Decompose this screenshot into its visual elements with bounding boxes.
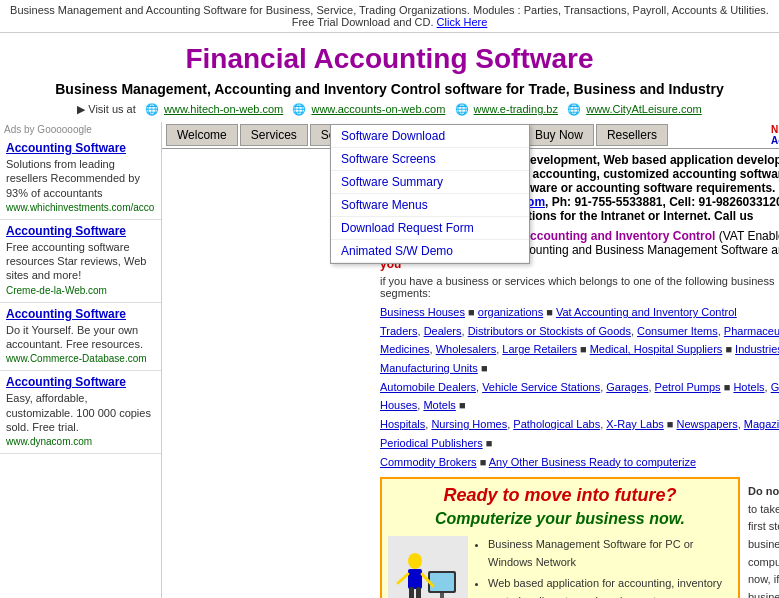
info-box: Do not delay to take the first step to b…	[740, 477, 779, 598]
nav-buy-now[interactable]: Buy Now	[524, 124, 594, 146]
svg-rect-10	[416, 587, 421, 598]
ad-block-4: Accounting Software Easy, affordable, cu…	[0, 371, 161, 454]
right-content: Welcome Services Software Download Conta…	[162, 122, 779, 598]
globe-icon-2: 🌐	[292, 103, 306, 115]
ad-block-1: Accounting Software Solutions from leadi…	[0, 137, 161, 220]
layout: Ads by Goooooogle Accounting Software So…	[0, 122, 779, 598]
link-consumer[interactable]: Consumer Items	[637, 325, 718, 337]
ad-text-2: Free accounting software resources Star …	[6, 241, 146, 282]
link-other[interactable]: Any Other Business Ready to computerize	[489, 456, 696, 468]
link-newspapers[interactable]: Newspapers	[677, 418, 738, 430]
ad-url-1: www.whichinvestments.com/acco	[6, 202, 155, 213]
phone2: 91-9826033120	[699, 195, 779, 209]
link-retailers[interactable]: Large Retailers	[502, 343, 577, 355]
products-intro: if you have a business or services which…	[380, 275, 779, 299]
ad-block-2: Accounting Software Free accounting soft…	[0, 220, 161, 303]
subtitle: Business Management, Accounting and Inve…	[0, 81, 779, 101]
promo-inner: Business Management Software for PC or W…	[388, 536, 732, 598]
top-banner: Business Management and Accounting Softw…	[0, 0, 779, 33]
svg-rect-9	[409, 587, 414, 598]
ad-title-3[interactable]: Accounting Software	[6, 307, 155, 321]
dropdown-menu: Software Download Software Screens Softw…	[330, 124, 530, 264]
ad-text-4: Easy, affordable, customizable. 100 000 …	[6, 392, 151, 433]
ad-block-3: Accounting Software Do it Yourself. Be y…	[0, 303, 161, 372]
visit-link-3[interactable]: www.e-trading.bz	[474, 103, 558, 115]
link-business-houses[interactable]: Business Houses	[380, 306, 465, 318]
promo-bullets: Business Management Software for PC or W…	[474, 536, 732, 598]
bottom-section: Ready to move into future? Computerize y…	[380, 477, 779, 598]
ads-label: Ads by Goooooogle	[0, 122, 161, 137]
link-auto[interactable]: Automobile Dealers	[380, 381, 476, 393]
link-motels[interactable]: Motels	[423, 399, 455, 411]
link-nursing[interactable]: Nursing Homes	[431, 418, 507, 430]
link-pathological[interactable]: Pathological Labs	[513, 418, 600, 430]
link-organizations[interactable]: organizations	[478, 306, 543, 318]
ad-url-2: Creme-de-la-Web.com	[6, 285, 155, 296]
link-vehicle[interactable]: Vehicle Service Stations	[482, 381, 600, 393]
new-text: NEW!	[771, 124, 779, 135]
svg-point-5	[408, 553, 422, 569]
dropdown-software-screens[interactable]: Software Screens	[331, 148, 529, 171]
left-sidebar: Ads by Goooooogle Accounting Software So…	[0, 122, 162, 598]
link-industries[interactable]: Industries	[735, 343, 779, 355]
bullet-1: Business Management Software for PC or W…	[488, 536, 732, 571]
svg-rect-6	[408, 569, 422, 589]
info-text-body: to take the first step to business compu…	[748, 503, 779, 598]
promo-subheadline: Computerize your business now.	[388, 510, 732, 528]
main-title: Financial Accounting Software	[0, 33, 779, 81]
visit-bar: ▶ Visit us at 🌐 www.hitech-on-web.com 🌐 …	[0, 101, 779, 122]
globe-icon-3: 🌐	[455, 103, 469, 115]
svg-line-7	[398, 574, 408, 583]
link-garages[interactable]: Garages	[606, 381, 648, 393]
visit-link-2[interactable]: www.accounts-on-web.com	[311, 103, 445, 115]
visit-link-1[interactable]: www.hitech-on-web.com	[164, 103, 283, 115]
banner-link[interactable]: Click Here	[437, 16, 488, 28]
ad-text-1: Solutions from leading resellers Recomme…	[6, 158, 140, 199]
person-illustration	[393, 541, 463, 598]
dropdown-download-request[interactable]: Download Request Form	[331, 217, 529, 240]
globe-icon-1: 🌐	[145, 103, 159, 115]
new-badge: NEW! VATAccounting	[771, 124, 779, 146]
link-wholesalers[interactable]: Wholesalers	[436, 343, 497, 355]
nav-resellers[interactable]: Resellers	[596, 124, 668, 146]
link-petrol[interactable]: Petrol Pumps	[655, 381, 721, 393]
ad-title-1[interactable]: Accounting Software	[6, 141, 155, 155]
ad-url-4: www.dynacom.com	[6, 436, 155, 447]
dropdown-software-download[interactable]: Software Download	[331, 125, 529, 148]
info-do-not-delay: Do not delay	[748, 485, 779, 497]
visit-label: ▶ Visit us at	[77, 103, 142, 115]
svg-rect-2	[430, 573, 454, 591]
ad-url-3: www.Commerce-Database.com	[6, 353, 155, 364]
links-section: Business Houses ■ organizations ■ Vat Ac…	[380, 303, 779, 471]
dropdown-animated-demo[interactable]: Animated S/W Demo	[331, 240, 529, 263]
link-manufacturing[interactable]: Manufacturing Units	[380, 362, 478, 374]
link-traders[interactable]: Traders	[380, 325, 418, 337]
promo-image	[388, 536, 468, 598]
link-vat-accounting[interactable]: Vat Accounting and Inventory Control	[556, 306, 737, 318]
link-dealers[interactable]: Dealers	[424, 325, 462, 337]
ad-title-4[interactable]: Accounting Software	[6, 375, 155, 389]
link-hotels[interactable]: Hotels	[733, 381, 764, 393]
svg-rect-3	[440, 593, 444, 598]
nav-welcome[interactable]: Welcome	[166, 124, 238, 146]
ad-title-2[interactable]: Accounting Software	[6, 224, 155, 238]
promo-headline: Ready to move into future?	[388, 485, 732, 506]
dropdown-software-summary[interactable]: Software Summary	[331, 171, 529, 194]
banner-text: Business Management and Accounting Softw…	[10, 4, 769, 28]
link-xray[interactable]: X-Ray Labs	[606, 418, 663, 430]
ad-text-3: Do it Yourself. Be your own accountant. …	[6, 324, 143, 350]
nav-services[interactable]: Services	[240, 124, 308, 146]
link-hospitals[interactable]: Hospitals	[380, 418, 425, 430]
bullet-2: Web based application for accounting, in…	[488, 575, 732, 598]
promo-box: Ready to move into future? Computerize y…	[380, 477, 740, 598]
link-magazine[interactable]: Magazine	[744, 418, 779, 430]
globe-icon-4: 🌐	[567, 103, 581, 115]
dropdown-software-menus[interactable]: Software Menus	[331, 194, 529, 217]
link-distributors[interactable]: Distributors or Stockists of Goods	[468, 325, 631, 337]
link-commodity[interactable]: Commodity Brokers	[380, 456, 477, 468]
visit-link-4[interactable]: www.CityAtLeisure.com	[586, 103, 702, 115]
link-medical[interactable]: Medical, Hospital Suppliers	[590, 343, 723, 355]
phone1: 91-755-5533881	[574, 195, 662, 209]
link-periodical[interactable]: Periodical Publishers	[380, 437, 483, 449]
info-text: Do not delay to take the first step to b…	[748, 483, 779, 598]
